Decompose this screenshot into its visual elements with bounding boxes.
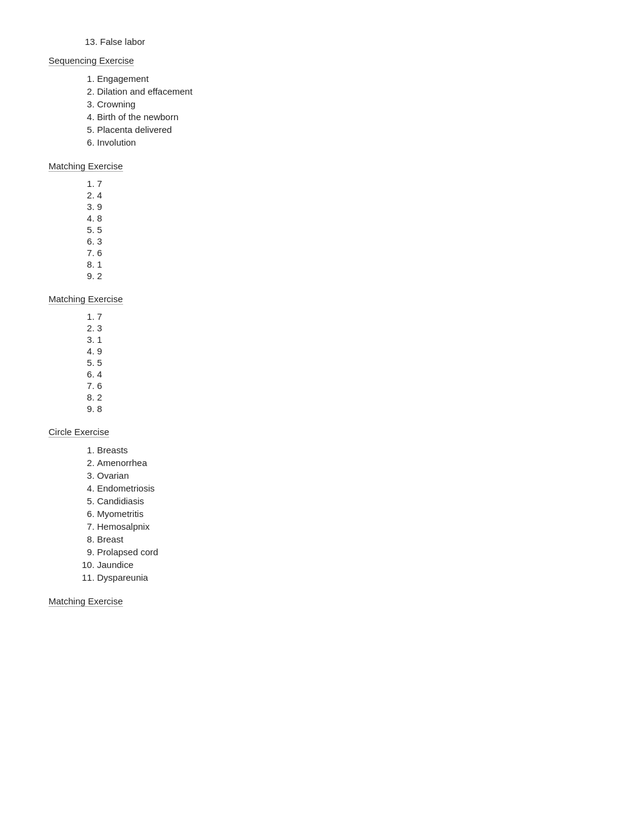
list-item: Myometritis — [97, 507, 595, 520]
circle-heading: Circle Exercise — [49, 427, 109, 438]
list-item: Breasts — [97, 444, 595, 456]
list-item: 1 — [97, 334, 595, 345]
list-item: 7 — [97, 178, 595, 189]
matching1-list: 7 4 9 8 5 3 6 1 2 — [97, 178, 595, 282]
list-item: 3 — [97, 235, 595, 247]
matching1-heading: Matching Exercise — [49, 161, 123, 172]
list-item: Amenorrhea — [97, 456, 595, 469]
list-item: Birth of the newborn — [97, 110, 595, 123]
list-item: 8 — [97, 403, 595, 414]
list-item: Jaundice — [97, 558, 595, 571]
item-13-text: 13. False labor — [85, 36, 145, 47]
list-item: Engagement — [97, 72, 595, 85]
list-item: 9 — [97, 345, 595, 357]
sequencing-section: Sequencing Exercise Engagement Dilation … — [49, 55, 595, 149]
list-item: 8 — [97, 212, 595, 224]
matching1-section: Matching Exercise 7 4 9 8 5 3 6 1 2 — [49, 161, 595, 282]
sequencing-list: Engagement Dilation and effacement Crown… — [97, 72, 595, 149]
list-item: Crowning — [97, 98, 595, 110]
list-item: 1 — [97, 259, 595, 270]
list-item: Dilation and effacement — [97, 85, 595, 98]
circle-section: Circle Exercise Breasts Amenorrhea Ovari… — [49, 427, 595, 584]
matching2-section: Matching Exercise 7 3 1 9 5 4 6 2 8 — [49, 294, 595, 414]
list-item: 5 — [97, 357, 595, 368]
list-item: 6 — [97, 247, 595, 259]
list-item: 2 — [97, 270, 595, 282]
list-item: Hemosalpnix — [97, 520, 595, 533]
list-item: Ovarian — [97, 469, 595, 482]
circle-list: Breasts Amenorrhea Ovarian Endometriosis… — [97, 444, 595, 584]
list-item: 3 — [97, 322, 595, 334]
list-item: Breast — [97, 533, 595, 546]
matching3-section: Matching Exercise — [49, 596, 595, 613]
list-item: Endometriosis — [97, 482, 595, 495]
list-item: Prolapsed cord — [97, 546, 595, 558]
list-item: 6 — [97, 380, 595, 391]
matching3-heading: Matching Exercise — [49, 596, 123, 607]
list-item: 7 — [97, 311, 595, 322]
list-item: Candidiasis — [97, 495, 595, 507]
matching2-list: 7 3 1 9 5 4 6 2 8 — [97, 311, 595, 414]
list-item: 5 — [97, 224, 595, 235]
matching2-heading: Matching Exercise — [49, 294, 123, 305]
list-item: Placenta delivered — [97, 123, 595, 136]
list-item: 4 — [97, 368, 595, 380]
sequencing-heading: Sequencing Exercise — [49, 55, 134, 66]
list-item: 9 — [97, 201, 595, 212]
list-item: Involution — [97, 136, 595, 149]
item-13: 13. False labor — [85, 36, 595, 47]
list-item: 4 — [97, 189, 595, 201]
list-item: Dyspareunia — [97, 571, 595, 584]
list-item: 2 — [97, 391, 595, 403]
